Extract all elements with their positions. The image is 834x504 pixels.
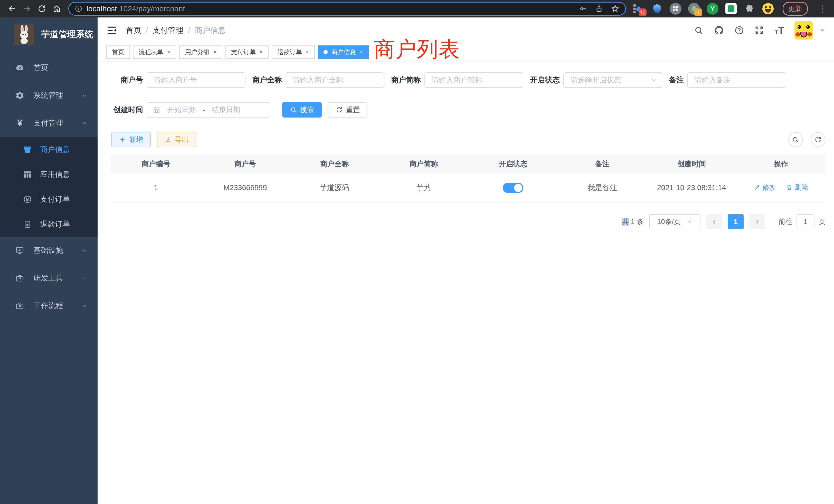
user-avatar[interactable] [794, 21, 813, 40]
cell-status [468, 174, 558, 202]
full-name-input[interactable] [286, 72, 385, 88]
chevron-down-icon [686, 219, 693, 225]
column-header: 商户编号 [111, 155, 200, 174]
sidebar-item-label: 基础设施 [34, 245, 63, 256]
font-size-icon[interactable]: TT [774, 25, 784, 35]
browser-back-icon[interactable] [5, 1, 20, 16]
filter-status: 开启状态 [530, 72, 662, 88]
help-icon[interactable] [734, 25, 744, 35]
browser-forward-icon[interactable] [20, 1, 35, 16]
cell-create-time: 2021-10-23 08:31:14 [647, 174, 737, 202]
date-end-placeholder[interactable]: 结束日期 [212, 105, 240, 115]
url-bar[interactable]: localhost:1024/pay/merchant [68, 2, 626, 16]
close-icon[interactable]: × [306, 49, 309, 55]
filter-merchant-no: 商户号 [111, 72, 245, 88]
next-page-button[interactable] [749, 214, 765, 229]
github-icon[interactable] [714, 25, 724, 36]
filter-row-1: 商户号 商户全称 商户简称 开启状态 [111, 72, 826, 88]
cell-actions: 修改 删除 [736, 174, 826, 202]
chevron-down-icon [81, 302, 88, 309]
tab-process-form[interactable]: 流程表单 × [133, 45, 176, 59]
sidebar-item-merchant-info[interactable]: 商户信息 [0, 137, 97, 162]
close-icon[interactable]: × [359, 49, 363, 55]
close-icon[interactable]: × [259, 49, 263, 55]
sidebar-item-system[interactable]: 系统管理 [0, 82, 97, 109]
delete-link[interactable]: 删除 [786, 183, 808, 192]
main-area: 首页 / 支付管理 / 商户信息 TT [97, 18, 834, 504]
column-header: 商户号 [200, 155, 290, 174]
edit-link[interactable]: 修改 [754, 183, 776, 192]
show-search-toggle-button[interactable] [788, 132, 803, 147]
y-extension-icon[interactable]: Y [707, 3, 719, 15]
sidebar-item-payment[interactable]: ¥ 支付管理 [0, 109, 97, 137]
refresh-table-button[interactable] [811, 132, 826, 147]
total-unit: 条 [637, 218, 643, 226]
fullscreen-icon[interactable] [754, 25, 764, 35]
search-button[interactable]: 搜索 [282, 102, 322, 117]
tab-home[interactable]: 首页 [106, 45, 130, 59]
status-select-input[interactable] [563, 72, 662, 88]
recorder-extension-icon[interactable]: 1 [688, 3, 700, 15]
gear-icon [14, 91, 25, 100]
column-header: 备注 [558, 155, 647, 174]
site-info-icon[interactable] [75, 5, 83, 13]
reset-button[interactable]: 重置 [328, 102, 368, 117]
export-button[interactable]: 导出 [157, 132, 196, 147]
browser-home-icon[interactable] [49, 1, 64, 16]
status-toggle[interactable] [503, 183, 523, 193]
share-icon[interactable] [595, 5, 603, 13]
chrome-update-button[interactable]: 更新 [783, 2, 808, 16]
tab-user-group[interactable]: 用户分组 × [179, 45, 222, 59]
sidebar-item-workflow[interactable]: 工作流程 [0, 292, 97, 320]
cell-merchant-no: M233666999 [200, 174, 290, 202]
breadcrumb-payment[interactable]: 支付管理 [153, 25, 183, 36]
date-start-placeholder[interactable]: 开始日期 [167, 105, 196, 115]
merchant-no-input[interactable] [147, 72, 245, 88]
extensions-puzzle-icon[interactable] [744, 3, 755, 15]
password-key-icon[interactable] [579, 5, 587, 13]
cell-short-name: 芋艿 [379, 174, 468, 202]
header-search-icon[interactable] [694, 25, 704, 35]
sidebar-collapse-icon[interactable] [106, 25, 117, 36]
goto-page-input[interactable] [796, 214, 814, 229]
active-dot [324, 50, 328, 54]
top-navbar: 首页 / 支付管理 / 商户信息 TT [97, 18, 834, 43]
sider-extension-icon[interactable]: ◆ 10 [633, 3, 644, 15]
table-header-row: 商户编号 商户号 商户全称 商户简称 开启状态 备注 创建时间 操作 [111, 155, 826, 174]
browser-reload-icon[interactable] [35, 1, 49, 16]
profile-smiley-icon[interactable] [762, 3, 774, 15]
status-select[interactable] [563, 72, 662, 88]
tab-label: 退款订单 [277, 48, 302, 56]
app-logo[interactable]: 芋道管理系统 [0, 18, 97, 50]
tab-pay-order[interactable]: 支付订单 × [225, 45, 269, 59]
page-number-button[interactable]: 1 [728, 214, 744, 229]
short-name-input[interactable] [424, 72, 523, 88]
tab-label: 支付订单 [231, 48, 256, 56]
sidebar-item-refund-order[interactable]: 退款订单 [0, 212, 97, 236]
sidebar-item-infrastructure[interactable]: 基础设施 [0, 236, 97, 264]
tab-refund-order[interactable]: 退款订单 × [272, 45, 315, 59]
tab-merchant-info[interactable]: 商户信息 × [318, 45, 369, 59]
avatar-caret-icon[interactable] [820, 27, 825, 33]
url-path: :1024/pay/merchant [117, 4, 185, 13]
command-extension-icon[interactable]: ⌘ [670, 3, 681, 15]
remark-input[interactable] [687, 72, 786, 88]
add-button[interactable]: 新增 [111, 132, 151, 147]
sidebar-item-pay-order[interactable]: 支付订单 [0, 187, 97, 212]
chrome-menu-icon[interactable]: ⋮ [818, 4, 827, 14]
sidebar-item-label: 首页 [34, 63, 48, 73]
breadcrumb-home[interactable]: 首页 [126, 25, 141, 36]
breadcrumb: 首页 / 支付管理 / 商户信息 [126, 25, 226, 36]
bookmark-star-icon[interactable] [611, 4, 620, 13]
sidebar-item-home[interactable]: 首页 [0, 54, 97, 82]
notes-extension-icon[interactable] [725, 3, 737, 15]
prev-page-button[interactable] [706, 214, 722, 229]
close-icon[interactable]: × [167, 49, 171, 55]
sidebar-item-app-info[interactable]: 应用信息 [0, 162, 97, 187]
gem-extension-icon[interactable] [651, 3, 663, 15]
page-size-select[interactable]: 10条/页 [649, 214, 701, 229]
date-range-picker[interactable]: 开始日期 - 结束日期 [147, 102, 270, 117]
close-icon[interactable]: × [213, 49, 217, 55]
sidebar-item-label: 支付订单 [40, 194, 70, 205]
sidebar-item-dev-tools[interactable]: 研发工具 [0, 264, 97, 292]
